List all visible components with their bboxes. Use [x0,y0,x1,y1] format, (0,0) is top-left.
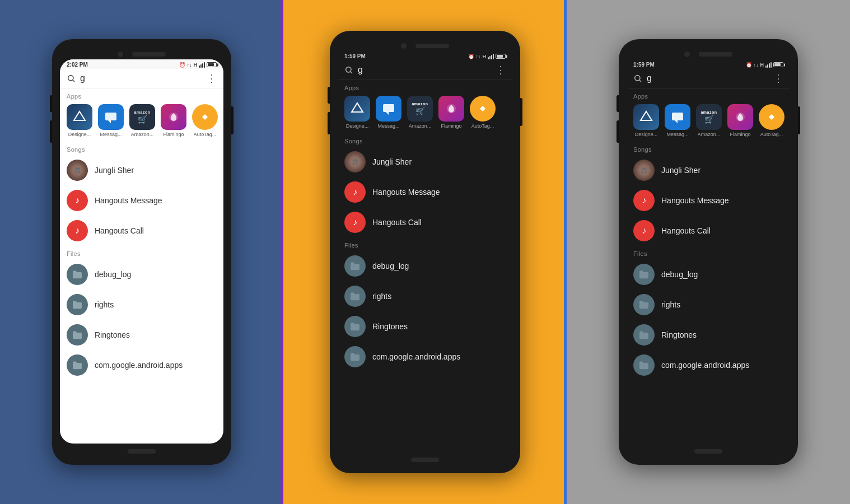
vol-down-button[interactable] [328,112,330,134]
app-designer[interactable]: Designe... [633,104,659,137]
jungli-sher-label: Jungli Sher [661,166,700,175]
search-bar[interactable]: g ⋮ [627,69,790,88]
camera-dot [684,52,690,57]
overflow-menu-button[interactable]: ⋮ [496,65,506,75]
jungli-sher-thumb: 🎵 [633,160,655,181]
messages-icon [665,104,690,130]
hangouts-call-label: Hangouts Call [372,218,422,227]
ringtones-icon [633,324,655,346]
song-hangouts-call[interactable]: ♪ Hangouts Call [627,216,790,246]
hangouts-message-label: Hangouts Message [95,196,162,205]
search-query[interactable]: g [647,73,769,83]
power-button[interactable] [798,106,800,134]
file-ringtones[interactable]: Ringtones [338,311,512,342]
apps-section-header: Apps [627,88,790,102]
file-debug-log[interactable]: debug_log [338,251,512,281]
song-hangouts-message[interactable]: ♪ Hangouts Message [338,177,512,207]
messages-icon [98,104,124,130]
song-hangouts-message[interactable]: ♪ Hangouts Message [60,185,223,216]
debug-log-icon [67,264,88,285]
amazon-label: Amazon... [698,132,721,137]
file-com-google[interactable]: com.google.android.apps [627,350,790,380]
camera-dot [401,43,407,49]
power-button[interactable] [520,98,522,126]
left-panel: 2:02 PM ⏰ ↑↓ H [0,0,283,504]
app-amazon[interactable]: amazon 🛒 Amazon... [129,104,155,137]
vol-up-button[interactable] [50,95,52,112]
app-messages[interactable]: Messag... [98,104,124,137]
app-flamingo[interactable]: Flamingo [438,96,464,129]
song-hangouts-call[interactable]: ♪ Hangouts Call [60,216,223,246]
power-button[interactable] [231,106,233,134]
designer-label: Designe... [346,123,369,129]
file-rights[interactable]: rights [627,290,790,320]
flamingo-icon [438,96,464,122]
rights-label: rights [372,292,391,301]
vol-up-button[interactable] [617,95,619,112]
song-hangouts-message[interactable]: ♪ Hangouts Message [627,185,790,216]
ringtones-label: Ringtones [661,330,697,339]
messages-label: Messag... [377,123,399,129]
designer-label: Designe... [68,132,91,137]
debug-log-icon [633,264,655,285]
ringtones-label: Ringtones [372,322,408,331]
hangouts-message-icon: ♪ [344,181,366,203]
overflow-menu-button[interactable]: ⋮ [773,73,783,83]
app-messages[interactable]: Messag... [665,104,690,137]
app-autotag[interactable]: AutoTag... [759,104,784,137]
svg-rect-3 [105,113,116,120]
search-bar[interactable]: g ⋮ [338,60,512,80]
svg-marker-14 [641,111,652,120]
rights-icon [67,294,88,315]
songs-section-header: Songs [627,142,790,155]
file-debug-log[interactable]: debug_log [60,259,223,290]
app-amazon[interactable]: amazon 🛒 Amazon... [696,104,722,137]
app-autotag[interactable]: AutoTag... [470,96,496,129]
file-com-google[interactable]: com.google.android.apps [60,350,223,380]
app-flamingo[interactable]: Flamingo [727,104,753,137]
overflow-menu-button[interactable]: ⋮ [207,73,217,83]
flamingo-label: Flamingo [730,132,750,137]
svg-marker-8 [352,103,363,112]
song-jungli-sher[interactable]: 🎵 Jungli Sher [627,155,790,185]
status-bar: 1:59 PM ⏰ ↑↓ H [338,51,512,60]
file-rights[interactable]: rights [338,281,512,311]
phone-left: 2:02 PM ⏰ ↑↓ H [52,39,231,465]
vol-down-button[interactable] [50,120,52,143]
autotag-label: AutoTag... [471,123,494,129]
song-jungli-sher[interactable]: 🎵 Jungli Sher [60,155,223,185]
com-google-label: com.google.android.apps [372,352,460,361]
file-ringtones[interactable]: Ringtones [60,320,223,350]
app-messages[interactable]: Messag... [376,96,401,129]
vol-up-button[interactable] [328,87,330,104]
search-query[interactable]: g [358,65,491,75]
app-autotag[interactable]: AutoTag... [192,104,218,137]
app-amazon[interactable]: amazon 🛒 Amazon... [407,96,433,129]
svg-point-0 [68,76,73,81]
app-designer[interactable]: Designe... [67,104,92,137]
center-panel: 1:59 PM ⏰ ↑↓ H [283,0,567,504]
search-query[interactable]: g [80,73,202,83]
messages-label: Messag... [666,132,688,137]
hangouts-call-label: Hangouts Call [95,226,144,235]
com-google-label: com.google.android.apps [661,361,749,370]
file-rights[interactable]: rights [60,290,223,320]
song-hangouts-call[interactable]: ♪ Hangouts Call [338,207,512,237]
file-com-google[interactable]: com.google.android.apps [338,342,512,372]
search-bar[interactable]: g ⋮ [60,69,223,88]
app-designer[interactable]: Designe... [344,96,370,129]
status-bar: 1:59 PM ⏰ ↑↓ H [627,59,790,69]
home-indicator [128,449,156,454]
status-icons: ⏰ ↑↓ H [179,62,217,68]
time-display: 2:02 PM [67,62,88,68]
amazon-icon: amazon 🛒 [696,104,722,130]
hangouts-call-icon: ♪ [344,212,366,233]
vol-down-button[interactable] [617,120,619,143]
svg-line-7 [351,72,352,73]
svg-point-12 [635,76,640,81]
song-jungli-sher[interactable]: 🎵 Jungli Sher [338,147,512,177]
file-ringtones[interactable]: Ringtones [627,320,790,350]
app-flamingo[interactable]: Flamingo [161,104,186,137]
svg-rect-15 [672,113,683,120]
file-debug-log[interactable]: debug_log [627,259,790,290]
